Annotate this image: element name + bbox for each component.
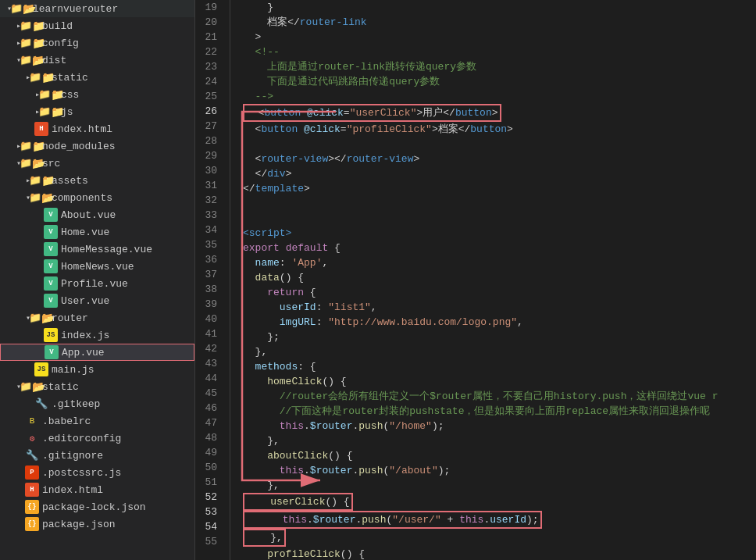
line-number-34: 34 [195,223,223,237]
sidebar-item-homenews-vue[interactable]: VHomeNews.vue [0,258,194,275]
folder-closed-icon: 📁 [44,87,58,102]
line-number-25: 25 [195,89,223,104]
sidebar-item-label: static [42,381,194,393]
line-number-43: 43 [195,356,223,371]
line-number-29: 29 [195,148,223,163]
line-number-27: 27 [195,119,223,134]
code-line-24: 下面是通过代码跳路由传递query参数 [243,74,756,89]
file-explorer: 📂learnvuerouter📁build📁config📂dist📁static… [0,0,195,560]
sidebar-item-index-html-dist[interactable]: Hindex.html [0,120,194,137]
sidebar-item-assets[interactable]: 📁assets [0,172,194,189]
code-line-46: //下面这种是router封装的pushstate，但是如果要向上面用repla… [243,404,756,419]
js-icon: JS [44,328,58,342]
sidebar-item-label: HomeNews.vue [61,261,194,273]
vue-icon: V [44,242,58,256]
js-icon: JS [34,362,48,376]
sidebar-item-label: .gitignore [42,450,194,462]
line-number-42: 42 [195,341,223,356]
vue-icon: V [44,208,58,222]
sidebar-item-package-json[interactable]: {}package.json [0,515,194,533]
code-line-55: profileClick() { [243,547,756,560]
sidebar-item-learnvuerouter[interactable]: 📂learnvuerouter [0,0,194,17]
line-number-31: 31 [195,178,223,193]
sidebar-item-label: assets [52,175,194,187]
line-number-48: 48 [195,430,223,445]
code-line-27: <button @click="profileClick">档案</button… [243,122,756,137]
sidebar-item-src[interactable]: 📂src [0,155,194,172]
line-number-23: 23 [195,59,223,74]
sidebar-item-build[interactable]: 📁build [0,17,194,34]
git-icon: 🔧 [34,397,48,411]
sidebar-item-user-vue[interactable]: VUser.vue [0,292,194,309]
html-icon: H [34,122,48,136]
code-line-37: data() { [243,270,756,285]
line-number-47: 47 [195,416,223,430]
sidebar-item-index-js[interactable]: JSindex.js [0,326,194,344]
sidebar-item-node-modules[interactable]: 📁node_modules [0,137,194,155]
sidebar-item-label: main.js [52,364,194,376]
sidebar-item-config[interactable]: 📁config [0,34,194,52]
sidebar-item-label: src [42,158,194,169]
folder-open-icon: 📂 [16,2,30,16]
sidebar-item-label: package-lock.json [42,501,194,513]
vue-icon: V [44,225,58,239]
line-number-19: 19 [195,0,223,15]
sidebar-item-components[interactable]: 📂components [0,189,194,206]
sidebar-item-label: .postcssrc.js [42,467,194,479]
sidebar-item-label: package.json [42,519,194,530]
code-line-21: > [243,30,756,45]
html-icon: H [25,483,39,497]
sidebar-item-js[interactable]: 📁js [0,103,194,120]
vue-icon: V [45,345,59,359]
folder-closed-icon: 📁 [34,70,48,84]
sidebar-item-index-html[interactable]: Hindex.html [0,481,194,498]
sidebar-item-app-vue[interactable]: VApp.vue [0,344,194,361]
line-number-39: 39 [195,297,223,312]
code-line-47: this.$router.push("/home"); [243,419,756,433]
folder-closed-icon: 📁 [34,173,48,187]
folder-closed-icon: 📁 [25,139,39,153]
sidebar-item-label: dist [42,55,194,66]
sidebar-item-label: build [42,20,194,32]
code-line-53: this.$router.push("/user/" + this.userId… [243,511,756,529]
sidebar-item-about-vue[interactable]: VAbout.vue [0,206,194,223]
sidebar-item-label: App.vue [62,347,194,358]
line-number-45: 45 [195,386,223,401]
sidebar-item-postcssrc[interactable]: P.postcssrc.js [0,464,194,481]
sidebar-item-router[interactable]: 📂router [0,309,194,326]
sidebar-item-dist[interactable]: 📂dist [0,52,194,69]
code-line-35: export default { [243,241,756,255]
sidebar-item-static-dist[interactable]: 📁static [0,69,194,86]
code-line-51: }, [243,478,756,493]
code-line-48: }, [243,433,756,448]
sidebar-item-profile-vue[interactable]: VProfile.vue [0,275,194,292]
folder-open-icon: 📂 [25,53,39,67]
code-area: } 档案</router-link > <!-- 上面是通过router-lin… [230,0,756,560]
sidebar-item-babelrc[interactable]: B.babelrc [0,412,194,430]
sidebar-item-label: Home.vue [61,226,194,238]
folder-open-icon: 📂 [34,311,48,325]
babel-icon: B [25,414,39,428]
sidebar-item-editorconfig[interactable]: ⚙.editorconfig [0,430,194,447]
sidebar-item-main-js[interactable]: JSmain.js [0,361,194,378]
line-numbers: 1920212223242526272829303132333435363738… [195,0,230,560]
sidebar-item-css[interactable]: 📁css [0,86,194,103]
sidebar-item-label: css [61,89,194,101]
sidebar-item-package-lock[interactable]: {}package-lock.json [0,498,194,515]
line-number-37: 37 [195,267,223,282]
sidebar-item-gitkeep[interactable]: 🔧.gitkeep [0,395,194,412]
line-number-51: 51 [195,475,223,490]
sidebar-item-homemessage-vue[interactable]: VHomeMessage.vue [0,241,194,258]
code-line-50: this.$router.push("/about"); [243,463,756,478]
sidebar-item-label: router [52,312,194,324]
code-line-42: }, [243,344,756,359]
line-number-50: 50 [195,460,223,475]
sidebar-item-static-src[interactable]: 📂static [0,378,194,395]
folder-closed-icon: 📁 [25,36,39,50]
code-line-36: name: 'App', [243,255,756,270]
line-number-24: 24 [195,74,223,89]
sidebar-item-label: HomeMessage.vue [61,244,194,255]
sidebar-item-label: learnvuerouter [33,3,194,15]
sidebar-item-gitignore[interactable]: 🔧.gitignore [0,447,194,464]
sidebar-item-home-vue[interactable]: VHome.vue [0,223,194,241]
